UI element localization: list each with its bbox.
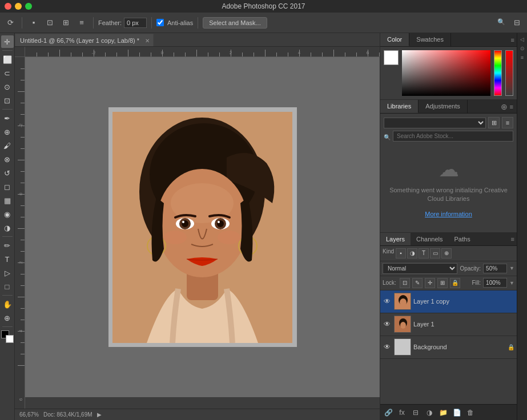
libraries-more-info-link[interactable]: More information bbox=[425, 211, 472, 217]
tab-layers[interactable]: Layers bbox=[380, 233, 411, 245]
pen-tool[interactable]: ✏ bbox=[1, 239, 14, 252]
eyedropper-tool[interactable]: ✒ bbox=[1, 112, 14, 124]
hue-slider[interactable] bbox=[494, 50, 502, 96]
filter-shape-icon[interactable]: ▭ bbox=[430, 248, 440, 259]
type-tool[interactable]: T bbox=[1, 253, 14, 265]
maximize-button[interactable] bbox=[25, 3, 32, 10]
document-area: Untitled-1 @ 66,7% (Layer 1 copy, Lab/8)… bbox=[15, 33, 380, 420]
tab-color[interactable]: Color bbox=[380, 33, 409, 46]
background-color[interactable] bbox=[6, 335, 14, 343]
lock-all-icon[interactable]: 🔒 bbox=[450, 278, 460, 288]
panel-strip-icon-2[interactable]: ⊙ bbox=[518, 45, 526, 52]
opacity-chevron-icon[interactable]: ▼ bbox=[509, 265, 514, 271]
dodge-tool[interactable]: ◑ bbox=[1, 221, 14, 234]
fill-chevron-icon[interactable]: ▼ bbox=[509, 280, 514, 286]
libraries-link-icon[interactable]: ⊕ bbox=[501, 102, 508, 111]
new-layer-icon[interactable]: 📄 bbox=[451, 407, 462, 418]
search-icon[interactable]: 🔍 bbox=[495, 16, 508, 29]
layers-panel-menu-icon[interactable]: ≡ bbox=[511, 236, 514, 243]
color-panel-menu-icon[interactable]: ≡ bbox=[511, 37, 514, 43]
new-layer-group-icon[interactable]: 📁 bbox=[437, 407, 449, 418]
layer-item-background[interactable]: 👁 Background 🔒 bbox=[380, 336, 517, 359]
zoom-tool[interactable]: ⊕ bbox=[1, 312, 14, 324]
ruler-corner bbox=[15, 47, 25, 57]
document-tab-close[interactable]: ✕ bbox=[145, 37, 150, 43]
status-arrow[interactable]: ▶ bbox=[97, 411, 102, 418]
blur-tool[interactable]: ◉ bbox=[1, 208, 14, 220]
healing-brush-tool[interactable]: ⊕ bbox=[1, 126, 14, 138]
filter-adjustment-icon[interactable]: ◑ bbox=[407, 248, 417, 259]
clone-stamp-tool[interactable]: ⊗ bbox=[1, 153, 14, 165]
move-tool[interactable]: ✛ bbox=[1, 35, 14, 48]
fill-input[interactable] bbox=[483, 278, 507, 288]
tool-sep4 bbox=[2, 295, 13, 296]
lasso-icon[interactable]: ⊡ bbox=[43, 16, 57, 30]
window-controls[interactable] bbox=[5, 3, 32, 10]
layer-item-copy[interactable]: 👁 Layer 1 copy bbox=[380, 290, 517, 313]
crop-tool[interactable]: ⊡ bbox=[1, 94, 14, 107]
hand-tool[interactable]: ✋ bbox=[1, 298, 14, 310]
path-select-tool[interactable]: ▷ bbox=[1, 266, 14, 279]
workspace-icon[interactable]: ⊟ bbox=[510, 16, 524, 30]
rect-select-icon[interactable]: ▪ bbox=[27, 16, 41, 30]
gradient-tool[interactable]: ▦ bbox=[1, 194, 14, 207]
quick-select-tool[interactable]: ⊙ bbox=[1, 80, 14, 93]
panel-strip-icon-1[interactable]: ◁ bbox=[518, 35, 526, 43]
color-current-swatch[interactable] bbox=[384, 50, 399, 79]
eraser-tool[interactable]: ◻ bbox=[1, 180, 14, 193]
rectangular-marquee-tool[interactable]: ⬜ bbox=[1, 53, 14, 66]
layer-visibility-toggle-copy[interactable]: 👁 bbox=[383, 297, 392, 306]
lock-transparent-icon[interactable]: ⊡ bbox=[400, 278, 410, 288]
link-layers-icon[interactable]: 🔗 bbox=[383, 407, 394, 418]
brush-tool[interactable]: 🖌 bbox=[1, 139, 14, 152]
toolbar-sep2 bbox=[93, 17, 94, 29]
libraries-search-input[interactable] bbox=[393, 131, 513, 142]
document-tab[interactable]: Untitled-1 @ 66,7% (Layer 1 copy, Lab/8)… bbox=[15, 34, 154, 46]
blend-mode-select[interactable]: Normal bbox=[383, 263, 457, 274]
filter-type-icon[interactable]: T bbox=[419, 248, 429, 259]
feather-input[interactable] bbox=[124, 18, 147, 28]
lock-artboard-icon[interactable]: ⊞ bbox=[437, 278, 448, 288]
options-icon[interactable]: ≡ bbox=[75, 16, 88, 30]
opacity-input[interactable] bbox=[483, 264, 507, 273]
select-mask-button[interactable]: Select and Mask... bbox=[203, 17, 267, 29]
add-mask-icon[interactable]: ⊟ bbox=[410, 407, 421, 418]
tab-paths[interactable]: Paths bbox=[449, 233, 476, 245]
lasso-tool[interactable]: ⊂ bbox=[1, 67, 14, 79]
filter-smart-icon[interactable]: ⊕ bbox=[441, 248, 452, 259]
lock-image-icon[interactable]: ✎ bbox=[412, 278, 423, 288]
layers-list[interactable]: 👁 Layer 1 copy 👁 bbox=[380, 290, 517, 404]
channel-icon[interactable]: ⊞ bbox=[59, 16, 73, 30]
layer-item-1[interactable]: 👁 Layer 1 bbox=[380, 313, 517, 336]
shape-tool[interactable]: □ bbox=[1, 280, 14, 293]
libraries-body: ⊞ ≡ 🔍 ☁ Something went wrong initializin… bbox=[380, 114, 517, 232]
close-button[interactable] bbox=[5, 3, 11, 10]
libraries-panel-menu-icon[interactable]: ≡ bbox=[510, 103, 513, 110]
svg-point-14 bbox=[164, 231, 187, 244]
lock-position-icon[interactable]: ✛ bbox=[425, 278, 435, 288]
history-brush-tool[interactable]: ↺ bbox=[1, 167, 14, 179]
layer-name-1: Layer 1 bbox=[413, 321, 514, 328]
opacity-slider[interactable] bbox=[505, 50, 513, 96]
anti-alias-checkbox[interactable] bbox=[156, 19, 164, 26]
minimize-button[interactable] bbox=[15, 3, 22, 10]
layer-name-bg: Background bbox=[413, 344, 505, 350]
panel-strip-icon-3[interactable]: ≡ bbox=[518, 54, 526, 62]
tab-swatches[interactable]: Swatches bbox=[409, 33, 451, 46]
layer-visibility-toggle-bg[interactable]: 👁 bbox=[383, 342, 392, 352]
delete-layer-icon[interactable]: 🗑 bbox=[465, 407, 476, 418]
libraries-dropdown[interactable] bbox=[384, 118, 486, 128]
layer-effects-icon[interactable]: fx bbox=[396, 407, 408, 418]
libraries-list-icon[interactable]: ≡ bbox=[502, 117, 513, 128]
libraries-grid-icon[interactable]: ⊞ bbox=[488, 117, 500, 128]
foreground-color-swatch[interactable] bbox=[384, 50, 399, 65]
layer-visibility-toggle-1[interactable]: 👁 bbox=[383, 320, 392, 329]
filter-pixel-icon[interactable]: ▪ bbox=[396, 248, 406, 259]
tab-channels[interactable]: Channels bbox=[411, 233, 448, 245]
tab-adjustments[interactable]: Adjustments bbox=[419, 100, 468, 113]
color-spectrum[interactable] bbox=[402, 50, 490, 96]
color-swatch-tool[interactable] bbox=[1, 330, 14, 343]
tab-libraries[interactable]: Libraries bbox=[380, 100, 419, 113]
new-adjustment-layer-icon[interactable]: ◑ bbox=[424, 407, 435, 418]
lasso-tool-icon[interactable]: ⟳ bbox=[3, 16, 17, 30]
